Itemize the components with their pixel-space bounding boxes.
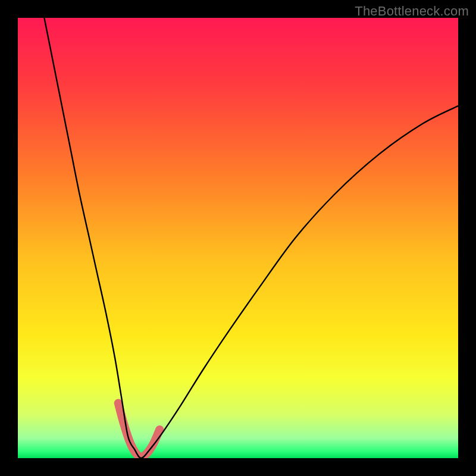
gradient-background — [18, 18, 458, 458]
plot-svg — [18, 18, 458, 458]
plot-area — [18, 18, 458, 458]
watermark-text: TheBottleneck.com — [355, 4, 469, 19]
chart-frame: TheBottleneck.com — [0, 0, 476, 476]
